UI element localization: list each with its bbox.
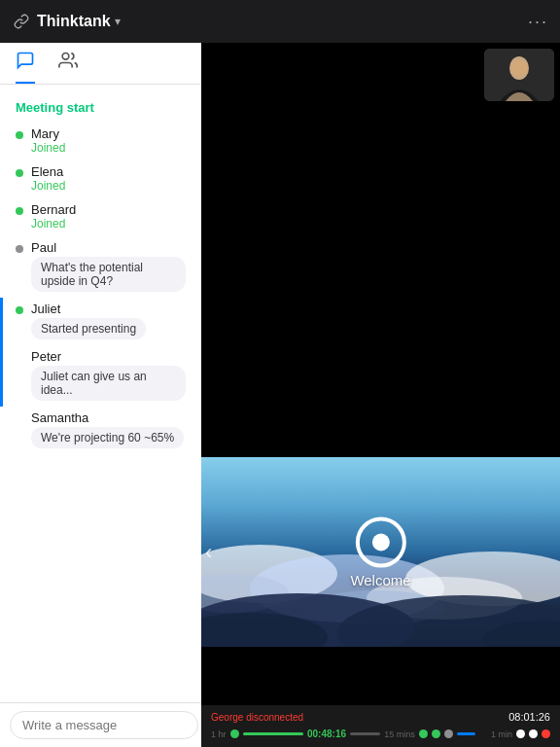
timeline-segment-2: [350, 732, 380, 735]
timeline-dot-7: [542, 729, 550, 738]
meeting-start-label: Meeting start: [0, 92, 201, 123]
tab-chat[interactable]: [16, 51, 35, 84]
timeline-dot-6: [529, 729, 538, 738]
header: Thinktank ▾ ···: [0, 0, 560, 43]
timeline-progress-fill: [457, 732, 475, 735]
list-item: Peter Juliet can give us an idea...: [0, 345, 201, 407]
video-bottom: [201, 647, 560, 705]
user-name: Paul: [31, 240, 186, 255]
status-dot: [16, 306, 23, 314]
timeline-dot-4: [444, 729, 453, 738]
timeline-dot-5: [516, 729, 525, 738]
welcome-overlay: Welcome: [350, 516, 410, 587]
timeline-dot-2: [419, 729, 428, 738]
timeline-track-container: 1 hr 00:48:16 15 mins 1: [211, 729, 550, 739]
list-item: Samantha We're projecting 60 ~65%: [0, 407, 201, 454]
chat-body: Elena Joined: [31, 164, 186, 193]
list-item: Bernard Joined: [0, 198, 201, 236]
user-name: Mary: [31, 126, 186, 141]
list-item: Paul What's the potential upside in Q4?: [0, 236, 201, 298]
svg-point-3: [510, 60, 528, 76]
join-status: Joined: [31, 179, 186, 193]
self-view-video: [484, 49, 554, 101]
presentation-slide: pwnip: [201, 457, 560, 647]
timeline-bar: George disconnected 08:01:26 1 hr 00:48:…: [201, 705, 560, 747]
label-15mins: 15 mins: [384, 729, 415, 739]
elapsed-time: 00:48:16: [307, 729, 346, 739]
time-left-label: 1 hr: [211, 729, 227, 739]
list-item: Elena Joined: [0, 160, 201, 198]
user-name: Elena: [31, 164, 186, 179]
chat-body: Peter Juliet can give us an idea...: [31, 349, 186, 401]
session-timer: 08:01:26: [508, 711, 550, 723]
welcome-label: Welcome: [350, 571, 410, 587]
message-input[interactable]: [10, 711, 198, 739]
disconnected-notice: George disconnected: [211, 712, 303, 723]
chat-body: Mary Joined: [31, 126, 186, 155]
status-dot: [16, 169, 23, 177]
join-status: Joined: [31, 141, 186, 155]
timeline-segment-1: [243, 732, 303, 735]
list-item: Mary Joined: [0, 123, 201, 160]
chat-message: What's the potential upside in Q4?: [31, 257, 186, 292]
chat-body: Paul What's the potential upside in Q4?: [31, 240, 186, 292]
svg-point-0: [62, 53, 69, 60]
app-title: Thinktank: [37, 13, 111, 30]
user-name: Peter: [31, 349, 186, 364]
sidebar-tabs: [0, 43, 201, 85]
welcome-circle-inner: [372, 533, 390, 551]
chat-body: Juliet Started presenting: [31, 302, 186, 339]
timeline-dot-3: [432, 729, 440, 738]
status-row: George disconnected 08:01:26: [211, 711, 550, 723]
chat-body: Bernard Joined: [31, 202, 186, 231]
welcome-circle-icon: [356, 516, 406, 567]
chat-messages: Meeting start Mary Joined Elena Joined: [0, 85, 201, 702]
self-view-thumbnail: [484, 49, 554, 101]
chat-message: Started presenting: [31, 318, 146, 339]
label-1min: 1 min: [491, 729, 512, 739]
status-dot: [16, 207, 23, 215]
chat-message: Juliet can give us an idea...: [31, 366, 186, 401]
more-options-button[interactable]: ···: [528, 12, 548, 32]
video-top: [201, 43, 560, 457]
user-name: Bernard: [31, 202, 186, 217]
list-item: Juliet Started presenting: [0, 298, 201, 345]
status-dot: [16, 131, 23, 139]
chat-message: We're projecting 60 ~65%: [31, 427, 184, 448]
video-area: pwnip: [201, 43, 560, 747]
tab-people[interactable]: [58, 51, 78, 84]
join-status: Joined: [31, 217, 186, 231]
chevron-down-icon[interactable]: ▾: [115, 15, 121, 28]
link-icon: [12, 12, 31, 31]
user-name: Juliet: [31, 302, 186, 316]
slide-prev-button[interactable]: ‹: [205, 540, 212, 565]
message-input-area: ↵: [0, 702, 201, 747]
timeline-segment-3: [457, 732, 487, 735]
chat-body: Samantha We're projecting 60 ~65%: [31, 410, 186, 448]
timeline-dot-1: [230, 729, 239, 738]
main-layout: Meeting start Mary Joined Elena Joined: [0, 43, 560, 747]
user-name: Samantha: [31, 410, 186, 425]
status-dot: [16, 245, 23, 253]
sidebar: Meeting start Mary Joined Elena Joined: [0, 43, 201, 747]
